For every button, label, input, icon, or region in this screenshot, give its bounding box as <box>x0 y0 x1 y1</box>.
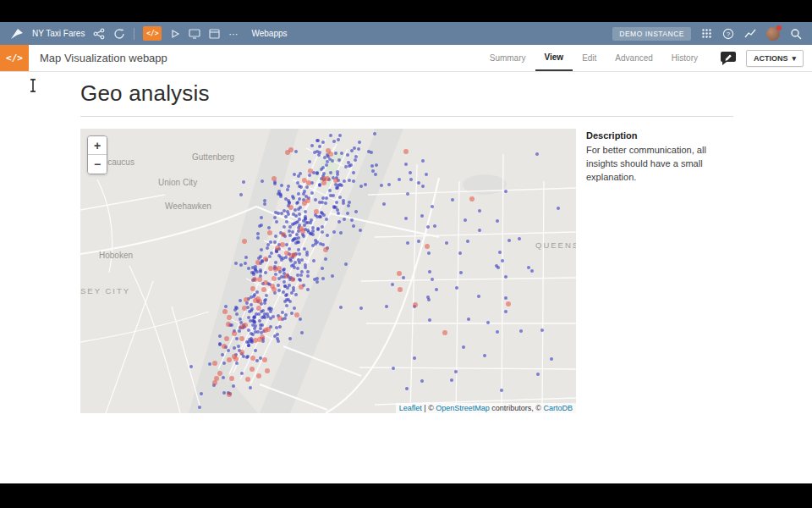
map-point-blue <box>224 305 228 308</box>
map-point-blue <box>496 219 499 223</box>
map-point-blue <box>260 248 263 251</box>
map-point-red <box>239 336 244 341</box>
tab-history[interactable]: History <box>662 45 707 71</box>
map-point-red <box>272 176 277 181</box>
dashboard-icon[interactable] <box>189 29 200 39</box>
actions-button[interactable]: ACTIONS ▾ <box>746 50 804 67</box>
map-point-blue <box>315 280 319 284</box>
jobs-sync-icon[interactable] <box>113 28 125 40</box>
map-point-blue <box>259 327 262 330</box>
tab-view[interactable]: View <box>535 45 573 71</box>
map-point-blue <box>290 312 294 315</box>
map-point-red <box>397 271 402 276</box>
map-point-blue <box>318 145 321 148</box>
map-point-blue <box>340 184 343 187</box>
attribution-link[interactable]: Leaflet <box>399 404 422 412</box>
map-point-blue <box>235 337 239 340</box>
map-point-blue <box>292 196 295 200</box>
section-label-webapps[interactable]: Webapps <box>251 29 287 38</box>
map-point-blue <box>337 212 340 215</box>
tab-advanced[interactable]: Advanced <box>606 45 661 71</box>
map-point-blue <box>264 271 267 274</box>
webapp-code-icon: </> <box>0 45 29 71</box>
map-point-blue <box>277 340 280 343</box>
map-point-blue <box>421 185 425 188</box>
map-point-blue <box>259 323 262 327</box>
map-point-blue <box>431 205 434 208</box>
user-avatar[interactable] <box>766 27 780 41</box>
discussions-icon[interactable] <box>719 45 738 71</box>
map-point-blue <box>314 242 317 246</box>
dataiku-logo-icon[interactable] <box>10 28 24 40</box>
map-point-blue <box>270 251 273 255</box>
map-point-blue <box>550 357 553 361</box>
map-point-blue <box>300 258 304 262</box>
map-point-blue <box>253 327 256 330</box>
map-point-blue <box>310 144 314 147</box>
map-point-blue <box>344 165 348 168</box>
flow-icon[interactable] <box>93 28 105 40</box>
map-point-blue <box>294 241 298 245</box>
map-point-red <box>256 373 261 378</box>
map-point-blue <box>483 354 486 357</box>
map-point-blue <box>258 319 261 323</box>
map-point-blue <box>359 306 363 310</box>
map-point-blue <box>307 230 310 234</box>
map-point-blue <box>331 159 334 163</box>
map-point-blue <box>335 186 338 190</box>
map-point-red <box>290 277 295 282</box>
play-icon[interactable] <box>170 29 180 39</box>
map-point-red <box>232 354 237 359</box>
map-point-blue <box>285 243 288 246</box>
monitoring-chart-icon[interactable] <box>744 29 756 39</box>
map-point-blue <box>359 229 362 232</box>
map-point-blue <box>380 184 383 187</box>
map-point-blue <box>283 225 286 229</box>
map-point-blue <box>238 329 241 333</box>
map-point-blue <box>340 152 343 155</box>
tab-edit[interactable]: Edit <box>573 45 606 71</box>
map-point-blue <box>504 275 508 279</box>
apps-grid-icon[interactable] <box>701 28 712 39</box>
zoom-out-button[interactable]: − <box>88 155 107 174</box>
attribution-link[interactable]: CartoDB <box>543 404 573 412</box>
map-point-blue <box>354 158 357 162</box>
map-point-blue <box>298 185 301 188</box>
map-point-red <box>323 247 328 252</box>
zoom-in-button[interactable]: + <box>88 136 107 155</box>
map-point-blue <box>283 317 287 320</box>
map-point-blue <box>420 214 424 218</box>
demo-instance-button[interactable]: DEMO INSTANCE <box>612 27 691 41</box>
search-icon[interactable] <box>790 28 802 40</box>
map-point-blue <box>404 163 408 166</box>
help-icon[interactable]: ? <box>722 28 734 40</box>
map-point-blue <box>255 290 259 294</box>
map-point-blue <box>519 329 523 333</box>
map-point-blue <box>294 150 298 153</box>
map-point-blue <box>283 280 286 284</box>
map-point-blue <box>227 349 230 352</box>
map-point-blue <box>298 218 301 221</box>
map-point-red <box>267 230 272 235</box>
map-point-blue <box>508 239 511 242</box>
map-point-blue <box>314 198 317 202</box>
map-point-blue <box>305 253 309 257</box>
map-point-red <box>224 336 229 341</box>
attribution-link[interactable]: OpenStreetMap <box>436 404 490 412</box>
map-point-blue <box>321 225 324 229</box>
map-point-red <box>212 361 217 366</box>
code-section-icon[interactable]: </> <box>143 26 162 41</box>
more-menu-icon[interactable]: ⋯ <box>228 30 238 38</box>
map-point-blue <box>445 241 448 245</box>
map-point-blue <box>413 356 416 360</box>
map[interactable]: SecaucusGuttenbergUnion CityWeehawkenHob… <box>80 129 576 413</box>
tab-summary[interactable]: Summary <box>480 45 535 71</box>
project-name[interactable]: NY Taxi Fares <box>32 29 85 38</box>
webapp-frame-icon[interactable] <box>209 29 220 39</box>
webapp-title: Map Visualization webapp <box>40 52 167 64</box>
map-point-blue <box>357 147 360 151</box>
map-point-red <box>239 324 244 329</box>
map-point-blue <box>273 216 277 219</box>
map-point-blue <box>404 217 408 220</box>
map-point-blue <box>256 232 260 235</box>
